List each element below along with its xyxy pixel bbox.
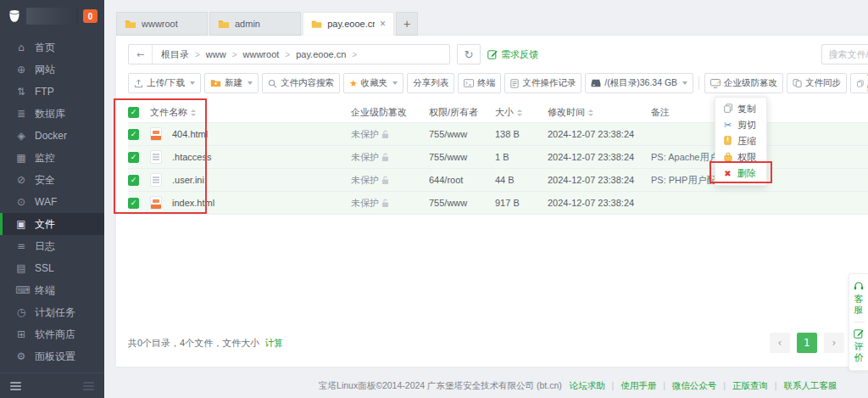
collapse-sidebar-icon[interactable] xyxy=(10,382,21,390)
sidebar-item-docker[interactable]: ◈Docker xyxy=(0,125,104,147)
prev-page-button[interactable]: ‹ xyxy=(770,333,790,353)
file-name-link[interactable]: 404.html xyxy=(172,129,351,139)
breadcrumb-site[interactable]: pay.eooe.cn xyxy=(296,49,346,59)
zip-icon xyxy=(724,136,732,145)
review-button[interactable]: 评价 xyxy=(854,328,864,363)
favorites-button[interactable]: ★ 收藏夹 xyxy=(343,73,403,93)
modified-time: 2024-12-07 23:38:24 xyxy=(548,129,651,139)
chevron-down-icon xyxy=(248,81,253,85)
tamper-status[interactable]: 未保护 xyxy=(351,151,429,164)
certificate-icon: ▤ xyxy=(15,262,27,274)
sort-icon[interactable] xyxy=(517,109,522,116)
file-name-link[interactable]: .htaccess xyxy=(172,152,351,162)
sidebar-item-waf[interactable]: ⊙WAF xyxy=(0,191,104,213)
disk-selector[interactable]: /(根目录)36.34 GB xyxy=(585,73,693,93)
sidebar-footer xyxy=(0,373,104,398)
sidebar-item-security[interactable]: ⊘安全 xyxy=(0,169,104,191)
header-file-name[interactable]: 文件名称 xyxy=(150,106,351,119)
sidebar-item-database[interactable]: ≣数据库 xyxy=(0,103,104,125)
tamper-status[interactable]: 未保护 xyxy=(351,128,429,141)
chevron-right-icon: > xyxy=(285,50,290,59)
back-button[interactable]: ← xyxy=(129,45,153,64)
tamper-status[interactable]: 未保护 xyxy=(351,197,429,210)
row-checkbox[interactable] xyxy=(128,152,139,163)
folder-icon xyxy=(125,20,136,29)
tamper-status[interactable]: 未保护 xyxy=(351,174,429,187)
next-page-button[interactable]: › xyxy=(824,333,844,353)
breadcrumb-root[interactable]: 根目录 xyxy=(161,48,189,61)
footer-link-forum[interactable]: 论坛求助 xyxy=(570,380,605,390)
header-size[interactable]: 大小 xyxy=(495,106,548,119)
menu-item-permission[interactable]: 权限 xyxy=(715,149,766,165)
file-ops-log-button[interactable]: 文件操作记录 xyxy=(504,73,581,93)
sidebar-item-ssl[interactable]: ▤SSL xyxy=(0,257,104,279)
sidebar-item-website[interactable]: ⊕网站 xyxy=(0,59,104,81)
breadcrumb-wwwroot[interactable]: wwwroot xyxy=(243,49,280,59)
row-checkbox[interactable] xyxy=(128,175,139,186)
file-name-link[interactable]: index.html xyxy=(172,198,351,208)
footer-link-support[interactable]: 联系人工客服 xyxy=(783,380,837,390)
sidebar: 0 ⌂首页 ⊕网站 ⇅FTP ≣数据库 ◈Docker ▦监控 ⊘安全 ⊙WAF… xyxy=(0,0,104,398)
sidebar-item-files[interactable]: ▣文件 xyxy=(0,213,104,235)
sidebar-item-panel-settings[interactable]: ⚙面板设置 xyxy=(0,345,104,367)
footer-link-license[interactable]: 正版查询 xyxy=(732,380,768,390)
sidebar-item-home[interactable]: ⌂首页 xyxy=(0,36,104,59)
menu-list-icon[interactable] xyxy=(83,382,94,390)
sync-icon xyxy=(793,79,802,87)
row-checkbox[interactable] xyxy=(128,129,139,140)
file-size: 138 B xyxy=(495,129,548,139)
tab-admin[interactable]: admin xyxy=(209,12,301,36)
chevron-right-icon: > xyxy=(195,50,200,59)
customer-service-button[interactable]: 客服 xyxy=(854,281,864,316)
tab-wwwroot[interactable]: wwwroot xyxy=(116,12,208,36)
sidebar-item-app-store[interactable]: ⊞软件商店 xyxy=(0,323,104,345)
sort-icon[interactable] xyxy=(191,109,196,116)
breadcrumb-www[interactable]: www xyxy=(206,49,226,59)
unlock-icon xyxy=(381,199,389,208)
upload-download-button[interactable]: 上传/下载 xyxy=(128,73,201,93)
menu-item-copy[interactable]: 复制 xyxy=(715,101,766,117)
sidebar-item-ftp[interactable]: ⇅FTP xyxy=(0,81,104,103)
permission-owner[interactable]: 755/www xyxy=(429,129,495,139)
directory-tabbar: wwwroot admin pay.eooe.cn × + xyxy=(116,12,868,36)
file-sync-button[interactable]: 文件同步 xyxy=(787,73,847,93)
current-page-button[interactable]: 1 xyxy=(797,333,817,353)
permission-owner[interactable]: 755/www xyxy=(429,198,495,208)
row-checkbox[interactable] xyxy=(128,198,139,209)
chevron-down-icon xyxy=(682,81,687,85)
footer: 宝塔Linux面板©2014-2024 广东堡塔安全技术有限公司 (bt.cn)… xyxy=(104,380,868,392)
menu-item-delete[interactable]: ✖ 删除 xyxy=(715,165,766,182)
disk-icon xyxy=(591,79,601,87)
permission-owner[interactable]: 755/www xyxy=(429,152,495,162)
tamper-proof-button[interactable]: 企业级防篡改 xyxy=(704,73,783,93)
select-all-checkbox[interactable] xyxy=(128,107,139,118)
notification-badge[interactable]: 0 xyxy=(83,9,97,23)
table-row-index-html[interactable]: index.html 未保护 755/www 917 B 2024-12-07 … xyxy=(128,192,868,215)
permission-owner[interactable]: 644/root xyxy=(429,175,495,185)
search-input[interactable] xyxy=(829,49,868,59)
file-name-link[interactable]: .user.ini xyxy=(172,175,351,185)
header-mtime[interactable]: 修改时间 xyxy=(548,106,651,119)
refresh-button[interactable]: ↻ xyxy=(457,44,481,64)
footer-link-manual[interactable]: 使用手册 xyxy=(620,380,656,390)
add-tab-button[interactable]: + xyxy=(396,12,418,36)
sort-icon[interactable] xyxy=(588,109,593,116)
tab-pay-eooe-cn[interactable]: pay.eooe.cn × xyxy=(303,12,394,36)
sidebar-item-terminal[interactable]: ⌨终端 xyxy=(0,279,104,301)
calc-size-link[interactable]: 计算 xyxy=(264,337,283,350)
side-float-widgets: 客服 评价 xyxy=(849,273,868,371)
sidebar-item-logs[interactable]: ≡日志 xyxy=(0,235,104,257)
copy-button[interactable]: 复制 xyxy=(851,74,868,92)
menu-item-compress[interactable]: 压缩 xyxy=(715,133,766,149)
content-search-button[interactable]: 文件内容搜索 xyxy=(262,73,340,93)
menu-item-cut[interactable]: ✂ 剪切 xyxy=(715,117,766,133)
feedback-link[interactable]: 需求反馈 xyxy=(487,48,538,61)
share-list-button[interactable]: 分享列表 xyxy=(407,73,454,93)
sidebar-item-monitor[interactable]: ▦监控 xyxy=(0,147,104,169)
new-button[interactable]: 新建 xyxy=(204,73,259,93)
sidebar-item-cron[interactable]: ◷计划任务 xyxy=(0,301,104,323)
terminal-button[interactable]: 终端 xyxy=(458,73,501,93)
sidebar-menu: ⌂首页 ⊕网站 ⇅FTP ≣数据库 ◈Docker ▦监控 ⊘安全 ⊙WAF ▣… xyxy=(0,32,104,373)
footer-link-wechat[interactable]: 微信公众号 xyxy=(672,380,717,390)
close-tab-icon[interactable]: × xyxy=(380,19,386,29)
